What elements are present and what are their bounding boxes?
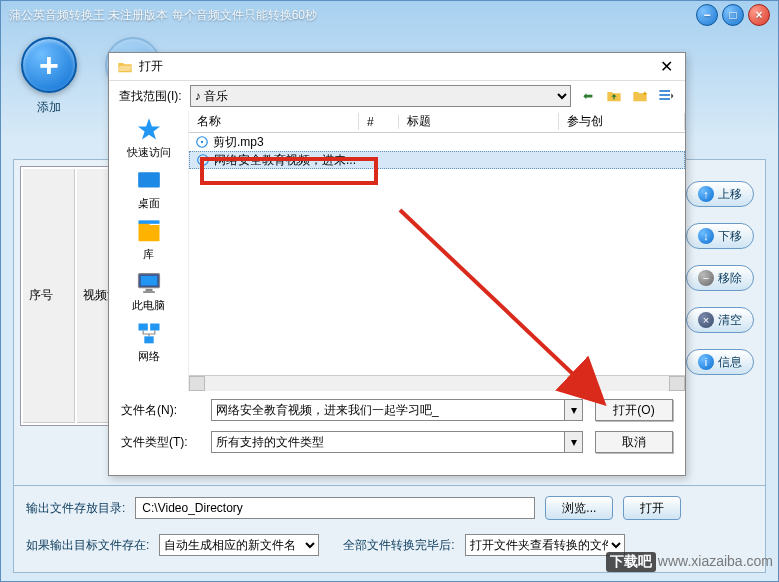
minus-icon: −: [698, 270, 714, 286]
place-network[interactable]: 网络: [131, 319, 167, 364]
close-button[interactable]: ×: [748, 4, 770, 26]
filetype-label: 文件类型(T):: [121, 434, 199, 451]
svg-rect-7: [140, 276, 156, 285]
list-item[interactable]: 剪切.mp3: [189, 133, 685, 151]
place-quickaccess[interactable]: 快速访问: [127, 115, 171, 160]
view-menu-icon[interactable]: [657, 87, 675, 105]
desktop-icon: [131, 166, 167, 196]
col-credits[interactable]: 参与创: [559, 113, 685, 130]
clear-button[interactable]: ×清空: [686, 307, 754, 333]
folder-open-icon: [117, 59, 133, 75]
horizontal-scrollbar[interactable]: [189, 375, 685, 391]
maximize-button[interactable]: □: [722, 4, 744, 26]
open-output-button[interactable]: 打开: [623, 496, 681, 520]
lookin-label: 查找范围(I):: [119, 88, 182, 105]
place-library[interactable]: 库: [131, 217, 167, 262]
after-label: 全部文件转换完毕后:: [343, 537, 454, 554]
scroll-left-icon[interactable]: [189, 376, 205, 391]
file-list-header: 名称 # 标题 参与创: [189, 111, 685, 133]
cancel-button[interactable]: 取消: [595, 431, 673, 453]
watermark: 下载吧www.xiazaiba.com: [606, 552, 773, 572]
svg-rect-3: [659, 98, 670, 100]
back-icon[interactable]: ⬅: [579, 87, 597, 105]
filetype-combo[interactable]: 所有支持的文件类型 ▾: [211, 431, 583, 453]
side-buttons: ↑上移 ↓下移 −移除 ×清空 i信息: [686, 181, 754, 375]
output-path-input[interactable]: [135, 497, 535, 519]
exists-label: 如果输出目标文件存在:: [26, 537, 149, 554]
file-rows: 剪切.mp3 网络安全教育视频，进来...: [189, 133, 685, 169]
network-icon: [131, 319, 167, 349]
open-button[interactable]: 打开(O): [595, 399, 673, 421]
svg-rect-2: [659, 94, 670, 96]
titlebar: 蒲公英音频转换王 未注册版本 每个音频文件只能转换60秒 − □ ×: [1, 1, 778, 29]
place-desktop[interactable]: 桌面: [131, 166, 167, 211]
arrow-down-icon: ↓: [698, 228, 714, 244]
star-icon: [131, 115, 167, 145]
lookin-row: 查找范围(I): ♪ 音乐 ⬅ ✦: [109, 81, 685, 111]
minimize-button[interactable]: −: [696, 4, 718, 26]
plus-icon: +: [21, 37, 77, 93]
x-icon: ×: [698, 312, 714, 328]
dialog-close-button[interactable]: ✕: [656, 57, 677, 76]
svg-point-14: [201, 141, 203, 143]
filename-label: 文件名(N):: [121, 402, 199, 419]
exists-select[interactable]: 自动生成相应的新文件名: [159, 534, 319, 556]
svg-rect-8: [145, 289, 152, 291]
col-num[interactable]: #: [359, 115, 399, 129]
after-select[interactable]: 打开文件夹查看转换的文件: [465, 534, 625, 556]
remove-button[interactable]: −移除: [686, 265, 754, 291]
browse-button[interactable]: 浏览...: [545, 496, 613, 520]
list-item[interactable]: 网络安全教育视频，进来...: [189, 151, 685, 169]
audio-file-icon: [195, 135, 209, 149]
dialog-titlebar: 打开 ✕: [109, 53, 685, 81]
dialog-footer: 文件名(N): 网络安全教育视频，进来我们一起学习吧_ ▾ 打开(O) 文件类型…: [109, 391, 685, 471]
library-icon: [131, 217, 167, 247]
monitor-icon: [131, 268, 167, 298]
svg-rect-9: [143, 291, 155, 293]
info-icon: i: [698, 354, 714, 370]
up-folder-icon[interactable]: [605, 87, 623, 105]
svg-point-16: [202, 159, 204, 161]
file-list: 名称 # 标题 参与创 剪切.mp3 网络安全教育视频，进来...: [189, 111, 685, 391]
chevron-down-icon[interactable]: ▾: [564, 432, 582, 452]
dialog-body: 快速访问 桌面 库 此电脑 网络 名称 # 标题: [109, 111, 685, 391]
svg-rect-1: [659, 90, 670, 92]
col-index[interactable]: 序号: [23, 169, 75, 423]
app-title: 蒲公英音频转换王 未注册版本 每个音频文件只能转换60秒: [9, 7, 692, 24]
svg-rect-11: [150, 324, 159, 331]
new-folder-icon[interactable]: ✦: [631, 87, 649, 105]
svg-rect-5: [138, 220, 159, 224]
scroll-right-icon[interactable]: [669, 376, 685, 391]
svg-rect-4: [138, 172, 160, 187]
dialog-title: 打开: [139, 58, 656, 75]
move-down-button[interactable]: ↓下移: [686, 223, 754, 249]
add-button[interactable]: + 添加: [21, 37, 77, 116]
open-file-dialog: 打开 ✕ 查找范围(I): ♪ 音乐 ⬅ ✦ 快速访问 桌面 库 此: [108, 52, 686, 476]
filename-combo[interactable]: 网络安全教育视频，进来我们一起学习吧_ ▾: [211, 399, 583, 421]
move-up-button[interactable]: ↑上移: [686, 181, 754, 207]
svg-rect-10: [138, 324, 147, 331]
svg-text:✦: ✦: [642, 90, 648, 97]
info-button[interactable]: i信息: [686, 349, 754, 375]
place-thispc[interactable]: 此电脑: [131, 268, 167, 313]
lookin-select[interactable]: ♪ 音乐: [190, 85, 571, 107]
col-name[interactable]: 名称: [189, 113, 359, 130]
output-label: 输出文件存放目录:: [26, 500, 125, 517]
svg-rect-12: [144, 336, 153, 343]
chevron-down-icon[interactable]: ▾: [564, 400, 582, 420]
arrow-up-icon: ↑: [698, 186, 714, 202]
places-bar: 快速访问 桌面 库 此电脑 网络: [109, 111, 189, 391]
col-title[interactable]: 标题: [399, 113, 559, 130]
scroll-track[interactable]: [205, 376, 669, 391]
audio-file-icon: [196, 153, 210, 167]
add-label: 添加: [37, 99, 61, 116]
